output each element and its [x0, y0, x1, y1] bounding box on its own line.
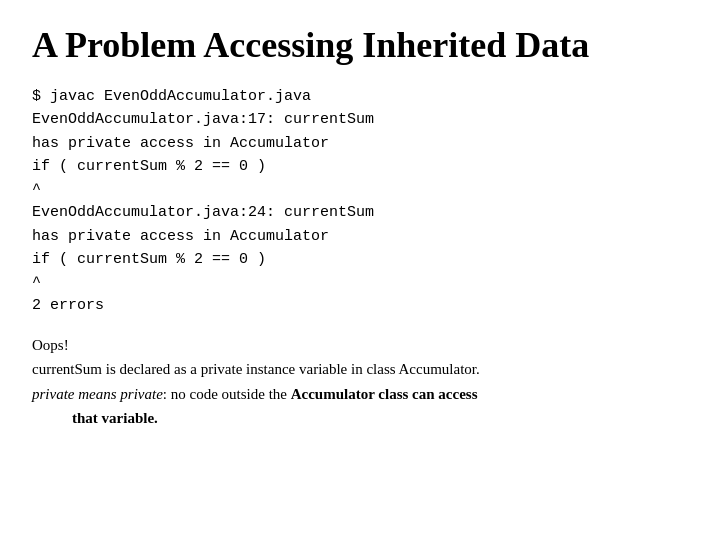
- prose-line-1: Oops!: [32, 334, 688, 357]
- prose-italic-private: private means private: [32, 386, 163, 402]
- code-block: $ javac EvenOddAccumulator.java EvenOddA…: [32, 85, 688, 318]
- prose-line-2: currentSum is declared as a private inst…: [32, 358, 688, 381]
- prose-bold-that-variable: that variable.: [72, 410, 158, 426]
- prose-bold-accumulator: Accumulator class can access: [291, 386, 478, 402]
- prose-line-4: that variable.: [32, 407, 688, 430]
- prose-line-3: private means private: no code outside t…: [32, 383, 688, 406]
- prose-section: Oops! currentSum is declared as a privat…: [32, 334, 688, 430]
- page-title: A Problem Accessing Inherited Data: [32, 24, 688, 67]
- prose-colon: : no code outside the: [163, 386, 291, 402]
